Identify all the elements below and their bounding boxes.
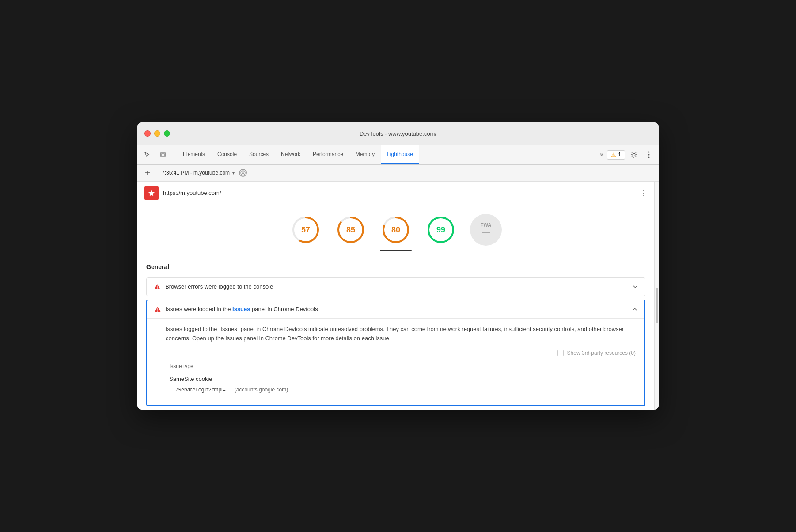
audit-browser-errors: Browser errors were logged to the consol…: [146, 277, 645, 296]
warning-badge[interactable]: ⚠ 1: [607, 150, 625, 160]
score-gauge-85: 85: [335, 214, 367, 246]
tab-memory[interactable]: Memory: [349, 145, 381, 164]
cursor-icon[interactable]: [141, 148, 153, 161]
score-performance[interactable]: 57: [290, 214, 322, 251]
score-gauge-99: 99: [425, 214, 457, 246]
score-value-99: 99: [436, 225, 445, 234]
svg-point-2: [633, 153, 635, 156]
audit-issues-body: Issues logged to the `Issues` panel in C…: [147, 318, 644, 406]
layers-icon[interactable]: [157, 148, 169, 161]
score-seo[interactable]: 99: [425, 214, 457, 251]
audit-browser-errors-header[interactable]: Browser errors were logged to the consol…: [147, 278, 645, 296]
maximize-button[interactable]: [164, 130, 170, 137]
more-options-button[interactable]: [643, 148, 655, 161]
issue-type-name: SameSite cookie: [166, 373, 636, 385]
score-value-80: 80: [391, 225, 400, 234]
window-title: DevTools - www.youtube.com/: [360, 130, 436, 137]
warning-triangle-issues-icon: [154, 306, 161, 313]
lighthouse-panel: https://m.youtube.com/ ⋮ 57: [137, 182, 654, 410]
score-pwa[interactable]: FWA —: [470, 214, 502, 251]
issues-link[interactable]: Issues: [232, 306, 250, 312]
general-section: General Browser errors were logged to th…: [137, 256, 654, 407]
tab-sources[interactable]: Sources: [243, 145, 275, 164]
general-title: General: [146, 263, 645, 270]
titlebar: DevTools - www.youtube.com/: [137, 122, 659, 145]
selected-underline: [380, 250, 412, 251]
add-button[interactable]: [143, 168, 152, 178]
svg-point-5: [648, 157, 650, 158]
audit-description: Issues logged to the `Issues` panel in C…: [166, 325, 636, 343]
lighthouse-icon: [144, 186, 159, 200]
url-bar: https://m.youtube.com/ ⋮: [137, 182, 654, 205]
score-gauge-57: 57: [290, 214, 322, 246]
scrollbar-thumb[interactable]: [656, 288, 658, 323]
main-content: https://m.youtube.com/ ⋮ 57: [137, 182, 659, 410]
chevron-up-icon: [632, 307, 637, 312]
url-display: https://m.youtube.com/: [163, 190, 635, 196]
audit-issues-logged: Issues were logged in the Issues panel i…: [146, 300, 645, 407]
tab-elements[interactable]: Elements: [177, 145, 211, 164]
third-party-row: Show 3rd-party resources (0): [166, 350, 636, 356]
audit-issues-title: Issues were logged in the Issues panel i…: [166, 306, 628, 312]
issue-type-header: Issue type: [166, 363, 636, 369]
audit-issues-logged-header[interactable]: Issues were logged in the Issues panel i…: [147, 300, 644, 318]
third-party-label: Show 3rd-party resources (0): [567, 350, 636, 356]
resource-domain: (accounts.google.com): [235, 387, 288, 393]
score-value-57: 57: [301, 225, 310, 234]
svg-point-4: [648, 154, 650, 156]
chevron-down-icon: [633, 284, 638, 289]
close-button[interactable]: [144, 130, 151, 137]
warning-triangle-icon: [154, 283, 161, 290]
tabs-container: Elements Console Sources Network Perform…: [177, 145, 596, 164]
toolbar-url: 7:35:41 PM - m.youtube.com ▾: [162, 170, 235, 176]
third-party-checkbox[interactable]: [557, 350, 564, 356]
url-more-button[interactable]: ⋮: [640, 189, 647, 197]
tab-icons: [141, 145, 173, 164]
score-best-practices[interactable]: 80: [380, 214, 412, 251]
audit-browser-errors-title: Browser errors were logged to the consol…: [165, 283, 628, 290]
fwa-circle: FWA —: [470, 214, 502, 246]
tab-overflow-button[interactable]: »: [596, 145, 607, 164]
tab-network[interactable]: Network: [275, 145, 307, 164]
minimize-button[interactable]: [154, 130, 160, 137]
scores-section: 57 85: [137, 205, 654, 256]
resource-path: /ServiceLogin?ltmpl=…: [176, 387, 231, 393]
issue-resource[interactable]: /ServiceLogin?ltmpl=… (accounts.google.c…: [166, 385, 636, 395]
score-value-85: 85: [346, 225, 355, 234]
tab-performance[interactable]: Performance: [307, 145, 349, 164]
svg-rect-1: [162, 153, 164, 156]
tab-lighthouse[interactable]: Lighthouse: [381, 145, 419, 164]
tab-right-actions: ⚠ 1: [607, 145, 655, 164]
warning-icon: ⚠: [611, 152, 616, 158]
traffic-lights: [144, 130, 170, 137]
toolbar: 7:35:41 PM - m.youtube.com ▾: [137, 165, 659, 182]
settings-button[interactable]: [628, 148, 640, 161]
toolbar-divider: [157, 168, 157, 177]
no-throttle-icon[interactable]: [239, 169, 247, 177]
devtools-window: DevTools - www.youtube.com/ Elements Con: [137, 122, 659, 410]
tab-bar: Elements Console Sources Network Perform…: [137, 145, 659, 165]
score-gauge-80: 80: [380, 214, 412, 246]
score-accessibility[interactable]: 85: [335, 214, 367, 251]
scrollbar-track[interactable]: [654, 182, 659, 410]
tab-console[interactable]: Console: [211, 145, 243, 164]
svg-point-3: [648, 152, 650, 153]
issue-type-group: Issue type SameSite cookie /ServiceLogin…: [166, 363, 636, 395]
